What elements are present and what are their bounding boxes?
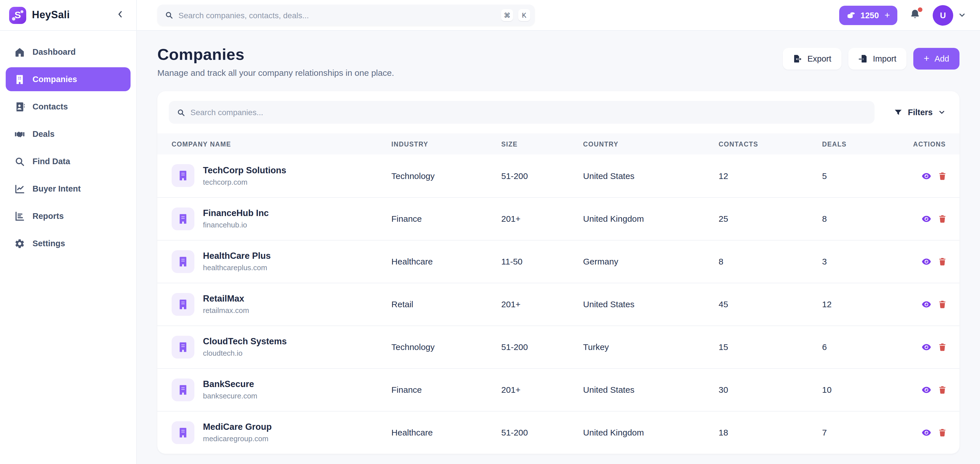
company-name: BankSecure <box>203 379 258 389</box>
companies-search[interactable] <box>169 101 875 124</box>
brand-logo: S <box>9 6 26 24</box>
gear-icon <box>14 238 25 249</box>
credits-value: 1250 <box>861 11 879 20</box>
sidebar-item-settings[interactable]: Settings <box>6 232 130 255</box>
chevron-down-icon <box>938 108 946 116</box>
company-name: MediCare Group <box>203 422 272 432</box>
view-button[interactable] <box>921 428 932 438</box>
view-button[interactable] <box>921 299 932 310</box>
eye-icon <box>921 214 932 224</box>
page-actions: Export Import + Add <box>783 48 959 70</box>
filters-button[interactable]: Filters <box>892 108 948 117</box>
table-row: TechCorp Solutionstechcorp.com Technolog… <box>158 154 959 197</box>
company-avatar <box>172 293 194 316</box>
notifications-button[interactable] <box>909 9 921 21</box>
sidebar-item-label: Settings <box>32 239 65 248</box>
col-actions: ACTIONS <box>912 133 959 154</box>
chevron-down-icon <box>958 11 966 19</box>
table-row: FinanceHub Incfinancehub.io Finance 201+… <box>158 197 959 240</box>
delete-button[interactable] <box>938 343 947 352</box>
delete-button[interactable] <box>938 172 947 181</box>
trash-icon <box>938 172 947 181</box>
table-row: HealthCare Plushealthcareplus.com Health… <box>158 240 959 283</box>
view-button[interactable] <box>921 342 932 352</box>
cell-industry: Technology <box>377 154 487 197</box>
sidebar-item-reports[interactable]: Reports <box>6 204 130 228</box>
line-chart-icon <box>14 183 25 194</box>
sidebar-collapse-button[interactable] <box>113 8 127 22</box>
eye-icon <box>921 428 932 438</box>
cell-contacts: 30 <box>704 368 808 411</box>
delete-button[interactable] <box>938 428 947 437</box>
view-button[interactable] <box>921 171 932 181</box>
table-row: CloudTech Systemscloudtech.io Technology… <box>158 326 959 368</box>
delete-button[interactable] <box>938 385 947 394</box>
sidebar-header: S HeySali <box>0 0 136 31</box>
export-label: Export <box>807 54 831 63</box>
coins-icon <box>847 11 856 20</box>
cell-deals: 12 <box>808 283 912 326</box>
delete-button[interactable] <box>938 300 947 309</box>
bar-chart-icon <box>14 210 25 222</box>
import-button[interactable]: Import <box>848 48 907 70</box>
table-row: BankSecurebanksecure.com Finance 201+ Un… <box>158 368 959 411</box>
sidebar-nav: Dashboard Companies Contacts Deals <box>0 31 136 264</box>
sidebar-item-companies[interactable]: Companies <box>6 67 130 91</box>
eye-icon <box>921 171 932 181</box>
global-search[interactable]: ⌘ K <box>158 5 535 25</box>
user-menu[interactable]: U <box>933 5 966 25</box>
companies-card: Filters COMPANY NAME INDUSTRY <box>158 91 959 454</box>
global-search-input[interactable] <box>178 11 496 20</box>
page-title: Companies <box>158 46 394 64</box>
credits-button[interactable]: 1250 + <box>840 5 897 25</box>
companies-table: COMPANY NAME INDUSTRY SIZE COUNTRY CONTA… <box>158 133 959 454</box>
col-contacts: CONTACTS <box>704 133 808 154</box>
cell-deals: 3 <box>808 240 912 283</box>
company-avatar <box>172 164 194 187</box>
search-icon <box>14 156 25 167</box>
cell-size: 201+ <box>487 283 569 326</box>
company-name: TechCorp Solutions <box>203 165 286 176</box>
sidebar-item-buyer-intent[interactable]: Buyer Intent <box>6 177 130 201</box>
company-avatar <box>172 378 194 401</box>
sidebar-item-dashboard[interactable]: Dashboard <box>6 40 130 64</box>
view-button[interactable] <box>921 385 932 395</box>
cell-deals: 5 <box>808 154 912 197</box>
sidebar-item-label: Deals <box>32 129 54 138</box>
sidebar-item-find-data[interactable]: Find Data <box>6 149 130 173</box>
delete-button[interactable] <box>938 257 947 266</box>
cell-deals: 10 <box>808 368 912 411</box>
add-button[interactable]: + Add <box>913 48 960 70</box>
sidebar-item-label: Companies <box>32 75 77 84</box>
app-root: S HeySali Dashboard Companies <box>0 0 980 464</box>
view-button[interactable] <box>921 214 932 224</box>
cell-industry: Healthcare <box>377 411 487 454</box>
sidebar-item-deals[interactable]: Deals <box>6 122 130 146</box>
add-label: Add <box>934 54 949 63</box>
col-country: COUNTRY <box>569 133 705 154</box>
cell-industry: Technology <box>377 326 487 368</box>
export-button[interactable]: Export <box>783 48 842 70</box>
main-area: ⌘ K 1250 + U <box>137 0 980 464</box>
cell-deals: 7 <box>808 411 912 454</box>
table-header-row: COMPANY NAME INDUSTRY SIZE COUNTRY CONTA… <box>158 133 959 154</box>
brand-name: HeySali <box>32 9 70 21</box>
company-name: FinanceHub Inc <box>203 208 269 218</box>
delete-button[interactable] <box>938 215 947 224</box>
table-toolbar: Filters <box>158 91 959 133</box>
cell-contacts: 45 <box>704 283 808 326</box>
filters-label: Filters <box>908 108 933 117</box>
companies-search-input[interactable] <box>191 108 867 117</box>
sidebar: S HeySali Dashboard Companies <box>0 0 137 464</box>
brand-logo-letter: S <box>14 10 21 21</box>
trash-icon <box>938 385 947 394</box>
contact-card-icon <box>14 101 25 112</box>
cell-contacts: 25 <box>704 197 808 240</box>
view-button[interactable] <box>921 256 932 267</box>
company-domain: retailmax.com <box>203 306 249 315</box>
sidebar-item-contacts[interactable]: Contacts <box>6 95 130 119</box>
cell-country: Turkey <box>569 326 705 368</box>
avatar: U <box>933 5 953 25</box>
file-import-icon <box>859 54 868 63</box>
cell-industry: Finance <box>377 368 487 411</box>
